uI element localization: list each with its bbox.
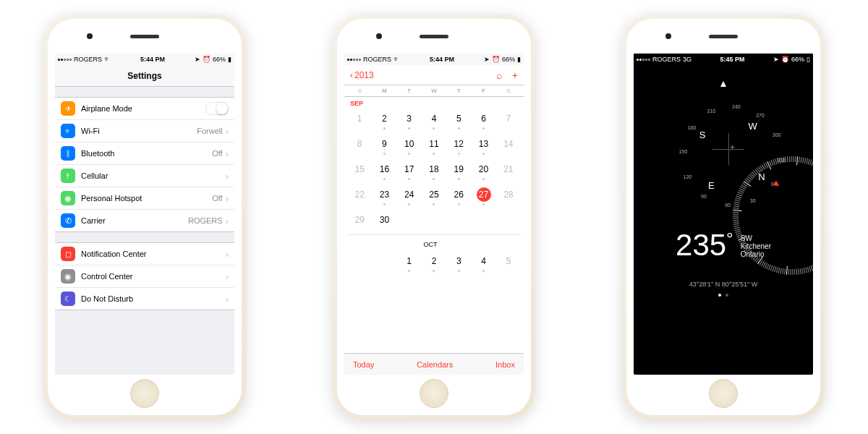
chevron-left-icon: ‹ (350, 70, 353, 80)
event-dot-icon (433, 178, 435, 180)
calendar-day[interactable]: 20 (471, 158, 495, 183)
today-button[interactable]: Today (353, 360, 374, 369)
calendar-day[interactable]: 21 (496, 158, 521, 183)
day-number: 27 (477, 187, 491, 202)
calendar-day[interactable]: 3 (446, 250, 471, 275)
calendar-day[interactable]: 30 (372, 208, 396, 231)
calendar-day[interactable]: 7 (496, 107, 521, 132)
settings-row-dnd[interactable]: ☾Do Not Disturb› (55, 288, 234, 310)
day-number: 29 (352, 213, 367, 227)
calendar-day[interactable]: 5 (496, 250, 521, 275)
settings-row-carrier[interactable]: ✆CarrierROGERS› (55, 210, 234, 231)
calendar-day[interactable]: 3 (397, 107, 422, 132)
alarm-icon: ⏰ (781, 56, 789, 63)
event-dot-icon (408, 203, 410, 205)
day-number (501, 213, 516, 227)
settings-row-bluetooth[interactable]: ᛒBluetoothOff› (55, 142, 234, 165)
calendar-day[interactable]: 2 (422, 250, 446, 275)
settings-row-wifi[interactable]: ᯤWi-FiForwell› (55, 120, 234, 142)
calendar-day[interactable]: 28 (496, 183, 521, 208)
calendar-day[interactable]: 14 (496, 132, 521, 158)
inbox-button[interactable]: Inbox (495, 360, 515, 369)
settings-group-connectivity: ✈Airplane ModeᯤWi-FiForwell›ᛒBluetoothOf… (55, 97, 234, 232)
calendar-day[interactable]: 6 (471, 107, 495, 132)
settings-row-cellular[interactable]: ⫯Cellular› (55, 165, 234, 187)
row-label: Airplane Mode (81, 104, 205, 113)
day-number (352, 254, 367, 268)
row-label: Wi-Fi (81, 127, 197, 135)
location-icon: ➤ (195, 56, 200, 63)
cardinal-s: S (699, 129, 706, 140)
event-dot-icon (482, 270, 485, 272)
calendar-day[interactable]: 26 (446, 183, 471, 208)
search-icon[interactable]: ⌕ (496, 69, 502, 81)
day-number: 8 (352, 137, 367, 151)
event-dot-icon (408, 178, 410, 180)
home-button[interactable] (420, 379, 448, 408)
calendar-day[interactable]: 25 (422, 183, 446, 208)
dow-label: S (496, 85, 521, 96)
back-button[interactable]: ‹2013 (350, 70, 374, 80)
control-icon: ◉ (61, 269, 75, 284)
row-label: Bluetooth (81, 149, 212, 158)
home-button[interactable] (130, 379, 159, 408)
event-dot-icon (433, 203, 435, 205)
calendar-day[interactable]: 22 (347, 183, 372, 208)
carrier-icon: ✆ (61, 213, 75, 228)
degree-label: 30 (750, 197, 756, 203)
settings-row-hotspot[interactable]: ◉Personal HotspotOff› (55, 187, 234, 210)
wifi-icon: ᯤ (104, 56, 111, 63)
compass-dial[interactable]: 0306090120150180210240270300330NESW + (655, 78, 792, 216)
event-dot-icon (408, 270, 410, 272)
statusbar: ROGERSᯤ 5:44 PM ➤⏰66%▮ (55, 54, 234, 65)
calendar-day[interactable]: 4 (422, 107, 446, 132)
dow-label: W (422, 85, 446, 96)
calendar-day[interactable]: 23 (372, 183, 396, 208)
chevron-right-icon: › (226, 148, 229, 159)
row-value: Off (212, 194, 222, 203)
calendar-day[interactable]: 9 (372, 132, 396, 158)
page-indicator[interactable] (634, 294, 813, 297)
calendar-day[interactable]: 1 (347, 107, 372, 132)
add-icon[interactable]: + (512, 69, 518, 81)
calendar-day[interactable]: 17 (397, 158, 422, 183)
calendar-day[interactable]: 11 (422, 132, 446, 158)
calendar-day[interactable]: 12 (446, 132, 471, 158)
calendar-day[interactable]: 27 (471, 183, 495, 208)
event-dot-icon (433, 153, 435, 155)
dnd-icon: ☾ (61, 292, 75, 306)
calendar-day[interactable]: 5 (446, 107, 471, 132)
dow-label: S (347, 85, 372, 96)
calendar-day[interactable]: 13 (471, 132, 495, 158)
home-button[interactable] (709, 379, 738, 408)
settings-row-control[interactable]: ◉Control Center› (55, 265, 234, 288)
degree-label: 150 (678, 149, 687, 154)
calendars-button[interactable]: Calendars (417, 360, 453, 369)
settings-row-airplane[interactable]: ✈Airplane Mode (55, 98, 234, 120)
calendar-day[interactable]: 10 (397, 132, 422, 158)
event-dot-icon (433, 127, 435, 129)
chevron-right-icon: › (226, 126, 229, 137)
settings-row-notification[interactable]: ◻Notification Center› (55, 243, 234, 265)
day-number: 2 (377, 111, 391, 126)
calendar-grid[interactable]: 1234567891011121314151617181920212223242… (344, 107, 524, 275)
battery-icon: ▮ (228, 56, 231, 63)
row-label: Personal Hotspot (81, 194, 212, 203)
calendar-day[interactable]: 4 (471, 250, 495, 275)
calendar-day (471, 208, 495, 231)
day-number: 16 (377, 162, 391, 176)
calendar-day[interactable]: 1 (397, 250, 422, 275)
event-dot-icon (433, 270, 435, 272)
day-number: 13 (477, 137, 491, 151)
toggle[interactable] (205, 102, 229, 115)
calendar-day[interactable]: 18 (422, 158, 446, 183)
calendar-day[interactable]: 2 (372, 107, 396, 132)
calendar-day[interactable]: 29 (347, 208, 372, 231)
degree-label: 270 (756, 113, 765, 118)
battery-icon: ▯ (807, 56, 810, 63)
calendar-day[interactable]: 16 (372, 158, 396, 183)
calendar-day[interactable]: 24 (397, 183, 422, 208)
calendar-day[interactable]: 8 (347, 132, 372, 158)
calendar-day[interactable]: 19 (446, 158, 471, 183)
calendar-day[interactable]: 15 (347, 158, 372, 183)
